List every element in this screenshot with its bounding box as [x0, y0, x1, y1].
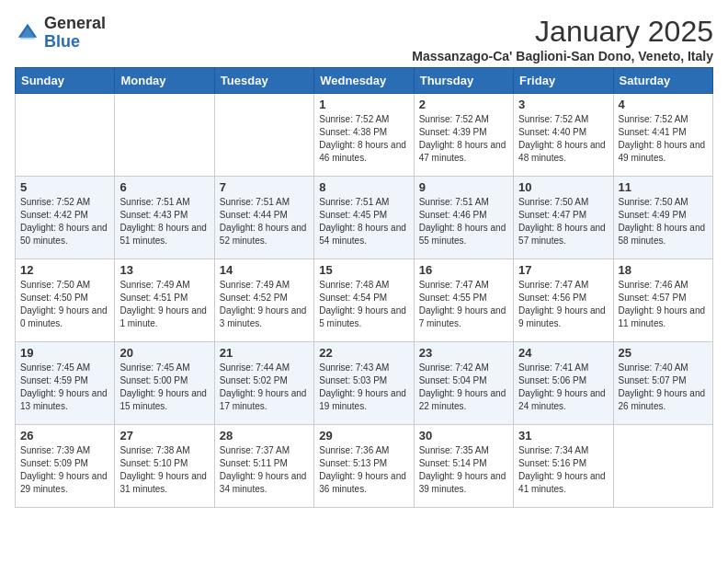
- calendar-subtitle: Massanzago-Ca' Baglioni-San Dono, Veneto…: [412, 49, 713, 63]
- header-thursday: Thursday: [414, 68, 513, 94]
- cell-2-2: 14Sunrise: 7:49 AM Sunset: 4:52 PM Dayli…: [214, 259, 313, 342]
- cell-4-2: 28Sunrise: 7:37 AM Sunset: 5:11 PM Dayli…: [214, 425, 313, 508]
- cell-2-0: 12Sunrise: 7:50 AM Sunset: 4:50 PM Dayli…: [16, 259, 115, 342]
- cell-1-4: 9Sunrise: 7:51 AM Sunset: 4:46 PM Daylig…: [414, 177, 513, 259]
- day-number: 22: [319, 346, 408, 360]
- cell-2-6: 18Sunrise: 7:46 AM Sunset: 4:57 PM Dayli…: [613, 259, 712, 342]
- day-number: 3: [518, 98, 608, 111]
- day-number: 27: [119, 429, 209, 442]
- day-number: 25: [619, 346, 708, 360]
- logo-text: General Blue: [44, 15, 106, 52]
- header-sunday: Sunday: [16, 68, 115, 94]
- cell-1-0: 5Sunrise: 7:52 AM Sunset: 4:42 PM Daylig…: [16, 177, 115, 259]
- day-info: Sunrise: 7:35 AM Sunset: 5:14 PM Dayligh…: [419, 444, 508, 496]
- day-info: Sunrise: 7:50 AM Sunset: 4:49 PM Dayligh…: [619, 196, 708, 247]
- day-number: 14: [220, 263, 309, 277]
- day-info: Sunrise: 7:45 AM Sunset: 4:59 PM Dayligh…: [20, 362, 109, 413]
- day-info: Sunrise: 7:45 AM Sunset: 5:00 PM Dayligh…: [119, 362, 209, 413]
- cell-1-6: 11Sunrise: 7:50 AM Sunset: 4:49 PM Dayli…: [613, 177, 712, 259]
- day-number: 24: [518, 346, 608, 360]
- day-number: 21: [220, 346, 309, 360]
- day-number: 6: [119, 180, 209, 194]
- day-info: Sunrise: 7:44 AM Sunset: 5:02 PM Dayligh…: [220, 362, 309, 413]
- cell-4-0: 26Sunrise: 7:39 AM Sunset: 5:09 PM Dayli…: [16, 425, 115, 508]
- day-info: Sunrise: 7:39 AM Sunset: 5:09 PM Dayligh…: [20, 444, 109, 496]
- day-info: Sunrise: 7:37 AM Sunset: 5:11 PM Dayligh…: [220, 444, 309, 496]
- cell-0-6: 4Sunrise: 7:52 AM Sunset: 4:41 PM Daylig…: [613, 94, 712, 177]
- cell-1-5: 10Sunrise: 7:50 AM Sunset: 4:47 PM Dayli…: [514, 177, 613, 259]
- logo-blue: Blue: [44, 32, 80, 51]
- page-header: General Blue January 2025 Massanzago-Ca'…: [15, 15, 713, 63]
- day-info: Sunrise: 7:52 AM Sunset: 4:38 PM Dayligh…: [319, 113, 408, 165]
- day-number: 7: [220, 180, 309, 194]
- day-info: Sunrise: 7:48 AM Sunset: 4:54 PM Dayligh…: [319, 279, 408, 330]
- day-number: 29: [319, 429, 408, 442]
- title-section: January 2025 Massanzago-Ca' Baglioni-San…: [412, 15, 713, 63]
- day-info: Sunrise: 7:52 AM Sunset: 4:41 PM Dayligh…: [619, 113, 708, 165]
- day-info: Sunrise: 7:51 AM Sunset: 4:46 PM Dayligh…: [419, 196, 508, 247]
- day-info: Sunrise: 7:42 AM Sunset: 5:04 PM Dayligh…: [419, 362, 508, 413]
- day-info: Sunrise: 7:52 AM Sunset: 4:39 PM Dayligh…: [419, 113, 508, 165]
- day-info: Sunrise: 7:50 AM Sunset: 4:50 PM Dayligh…: [20, 279, 109, 330]
- week-row-4: 19Sunrise: 7:45 AM Sunset: 4:59 PM Dayli…: [16, 342, 713, 425]
- day-info: Sunrise: 7:52 AM Sunset: 4:42 PM Dayligh…: [20, 196, 109, 247]
- calendar-title: January 2025: [412, 15, 713, 49]
- cell-2-5: 17Sunrise: 7:47 AM Sunset: 4:56 PM Dayli…: [514, 259, 613, 342]
- day-info: Sunrise: 7:46 AM Sunset: 4:57 PM Dayligh…: [619, 279, 708, 330]
- cell-2-4: 16Sunrise: 7:47 AM Sunset: 4:55 PM Dayli…: [414, 259, 513, 342]
- header-wednesday: Wednesday: [314, 68, 414, 94]
- cell-1-1: 6Sunrise: 7:51 AM Sunset: 4:43 PM Daylig…: [115, 177, 214, 259]
- day-number: 4: [619, 98, 708, 111]
- day-number: 16: [419, 263, 508, 277]
- day-number: 26: [20, 429, 109, 442]
- day-info: Sunrise: 7:49 AM Sunset: 4:52 PM Dayligh…: [220, 279, 309, 330]
- cell-1-2: 7Sunrise: 7:51 AM Sunset: 4:44 PM Daylig…: [214, 177, 313, 259]
- day-info: Sunrise: 7:47 AM Sunset: 4:56 PM Dayligh…: [518, 279, 608, 330]
- cell-0-4: 2Sunrise: 7:52 AM Sunset: 4:39 PM Daylig…: [414, 94, 513, 177]
- day-info: Sunrise: 7:51 AM Sunset: 4:44 PM Dayligh…: [220, 196, 309, 247]
- day-number: 12: [20, 263, 109, 277]
- cell-0-5: 3Sunrise: 7:52 AM Sunset: 4:40 PM Daylig…: [514, 94, 613, 177]
- cell-0-3: 1Sunrise: 7:52 AM Sunset: 4:38 PM Daylig…: [314, 94, 414, 177]
- cell-3-3: 22Sunrise: 7:43 AM Sunset: 5:03 PM Dayli…: [314, 342, 414, 425]
- day-number: 15: [319, 263, 408, 277]
- day-info: Sunrise: 7:51 AM Sunset: 4:45 PM Dayligh…: [319, 196, 408, 247]
- cell-0-0: [16, 94, 115, 177]
- week-row-2: 5Sunrise: 7:52 AM Sunset: 4:42 PM Daylig…: [16, 177, 713, 259]
- day-info: Sunrise: 7:34 AM Sunset: 5:16 PM Dayligh…: [518, 444, 608, 496]
- day-number: 19: [20, 346, 109, 360]
- cell-2-1: 13Sunrise: 7:49 AM Sunset: 4:51 PM Dayli…: [115, 259, 214, 342]
- calendar-table: Sunday Monday Tuesday Wednesday Thursday…: [15, 67, 713, 508]
- cell-4-6: [613, 425, 712, 508]
- day-number: 28: [220, 429, 309, 442]
- day-number: 11: [619, 180, 708, 194]
- day-info: Sunrise: 7:49 AM Sunset: 4:51 PM Dayligh…: [119, 279, 209, 330]
- logo-general: General: [44, 14, 106, 32]
- cell-4-1: 27Sunrise: 7:38 AM Sunset: 5:10 PM Dayli…: [115, 425, 214, 508]
- day-number: 17: [518, 263, 608, 277]
- cell-4-4: 30Sunrise: 7:35 AM Sunset: 5:14 PM Dayli…: [414, 425, 513, 508]
- day-number: 1: [319, 98, 408, 111]
- header-monday: Monday: [115, 68, 214, 94]
- day-info: Sunrise: 7:51 AM Sunset: 4:43 PM Dayligh…: [119, 196, 209, 247]
- day-number: 2: [419, 98, 508, 111]
- day-number: 8: [319, 180, 408, 194]
- logo: General Blue: [15, 15, 106, 52]
- header-tuesday: Tuesday: [214, 68, 313, 94]
- day-number: 9: [419, 180, 508, 194]
- cell-3-4: 23Sunrise: 7:42 AM Sunset: 5:04 PM Dayli…: [414, 342, 513, 425]
- day-number: 20: [119, 346, 209, 360]
- day-number: 31: [518, 429, 608, 442]
- cell-0-1: [115, 94, 214, 177]
- cell-3-1: 20Sunrise: 7:45 AM Sunset: 5:00 PM Dayli…: [115, 342, 214, 425]
- cell-0-2: [214, 94, 313, 177]
- day-number: 23: [419, 346, 508, 360]
- header-saturday: Saturday: [613, 68, 712, 94]
- day-number: 18: [619, 263, 708, 277]
- weekday-header-row: Sunday Monday Tuesday Wednesday Thursday…: [16, 68, 713, 94]
- day-number: 5: [20, 180, 109, 194]
- cell-3-6: 25Sunrise: 7:40 AM Sunset: 5:07 PM Dayli…: [613, 342, 712, 425]
- day-info: Sunrise: 7:41 AM Sunset: 5:06 PM Dayligh…: [518, 362, 608, 413]
- cell-4-3: 29Sunrise: 7:36 AM Sunset: 5:13 PM Dayli…: [314, 425, 414, 508]
- cell-1-3: 8Sunrise: 7:51 AM Sunset: 4:45 PM Daylig…: [314, 177, 414, 259]
